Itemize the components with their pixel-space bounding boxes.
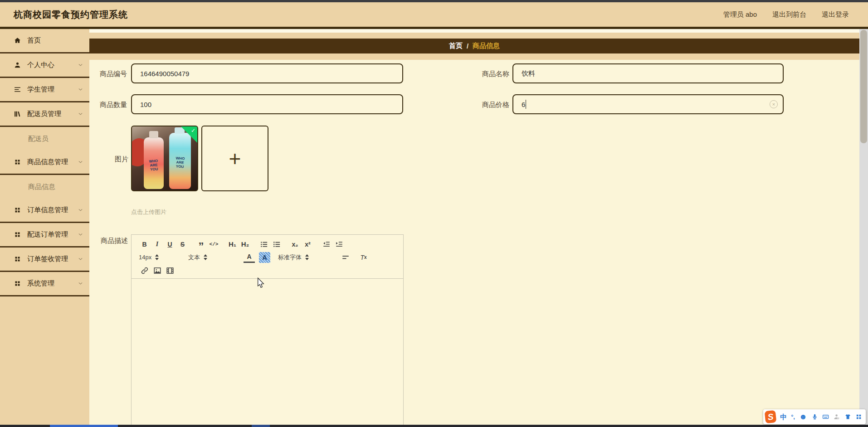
sidebar-subitem-courier[interactable]: 配送员	[0, 127, 89, 150]
content-tan-strip	[89, 33, 859, 39]
home-icon	[14, 37, 21, 44]
product-price-input[interactable]	[512, 94, 784, 114]
chevron-down-icon	[78, 232, 83, 238]
content-top-strip	[89, 29, 859, 33]
insert-image-button[interactable]	[151, 265, 163, 276]
paragraph-style-select[interactable]: 文本	[188, 253, 239, 262]
header-user-label: 管理员 abo	[723, 10, 757, 19]
description-label: 商品描述	[101, 237, 128, 245]
ime-account-icon[interactable]	[833, 413, 840, 421]
toolbar-row-2: 14px 文本 A A 标准字体	[133, 251, 401, 264]
italic-button[interactable]: I	[151, 239, 163, 250]
sidebar-item-couriers[interactable]: 配送员管理	[0, 102, 89, 127]
chevron-down-icon	[78, 87, 83, 92]
ime-toolbox-icon[interactable]	[855, 413, 862, 421]
ime-emoji-icon[interactable]: ☻	[799, 413, 807, 421]
vertical-scrollbar[interactable]	[859, 29, 868, 427]
taskbar-edge-highlight	[50, 425, 118, 427]
sidebar-item-order-mgmt[interactable]: 订单信息管理	[0, 199, 89, 223]
blockquote-button[interactable]: ”	[195, 239, 207, 250]
sidebar-item-label: 个人中心	[27, 61, 54, 69]
sidebar-item-system-mgmt[interactable]: 系统管理	[0, 272, 89, 296]
outdent-button[interactable]	[321, 239, 332, 250]
sidebar-subitem-label: 配送员	[28, 135, 49, 143]
breadcrumb-separator: /	[467, 42, 468, 50]
plus-icon: +	[229, 148, 241, 169]
ordered-list-button[interactable]	[258, 239, 269, 250]
heading1-button[interactable]: H₁	[227, 239, 238, 250]
sidebar-subitem-product-info[interactable]: 商品信息	[0, 175, 89, 199]
header-links: 管理员 abo 退出到前台 退出登录	[723, 10, 849, 19]
ime-microphone-icon[interactable]	[811, 413, 818, 421]
font-size-select[interactable]: 14px	[139, 254, 182, 261]
breadcrumb-current: 商品信息	[473, 42, 500, 50]
chevron-down-icon	[78, 159, 83, 165]
product-photo-thumbnail[interactable]: WHOAREYOU WHOAREYOU ✓	[131, 126, 198, 191]
code-block-button[interactable]: </>	[208, 239, 219, 250]
sidebar-item-label: 系统管理	[27, 279, 54, 288]
sidebar-item-label: 配送员管理	[27, 110, 61, 118]
bold-button[interactable]: B	[139, 239, 150, 250]
breadcrumb-home[interactable]: 首页	[449, 42, 463, 50]
sidebar-item-students[interactable]: 学生管理	[0, 78, 89, 102]
product-id-input[interactable]	[131, 63, 403, 83]
insert-video-button[interactable]	[164, 265, 176, 276]
breadcrumb: 首页 / 商品信息	[89, 39, 859, 53]
clear-format-button[interactable]: Tx	[358, 252, 369, 263]
highlight-color-button[interactable]: A	[259, 252, 270, 263]
logout-link[interactable]: 退出登录	[822, 10, 849, 19]
align-icon	[341, 253, 350, 262]
insert-link-button[interactable]	[139, 265, 150, 276]
upload-hint-text[interactable]: 点击上传图片	[131, 208, 166, 216]
content-tan-strip-2	[89, 53, 859, 60]
list-icon	[14, 86, 21, 93]
clear-input-icon[interactable]: ×	[770, 100, 778, 108]
sidebar-item-delivery-order-mgmt[interactable]: 配送订单管理	[0, 223, 89, 247]
product-id-label: 商品编号	[100, 70, 127, 78]
ime-keyboard-icon[interactable]	[822, 413, 829, 421]
chevron-down-icon	[78, 62, 83, 68]
chevron-down-icon	[78, 207, 83, 213]
heading2-button[interactable]: H₂	[239, 239, 251, 250]
exit-to-front-link[interactable]: 退出到前台	[772, 10, 806, 19]
strikethrough-button[interactable]: S	[177, 239, 188, 250]
editor-content-area[interactable]	[132, 279, 403, 427]
align-button[interactable]	[340, 252, 351, 263]
product-price-field: ×	[512, 94, 784, 114]
product-name-label: 商品名称	[482, 70, 509, 78]
books-icon	[14, 110, 21, 118]
chevron-down-icon	[78, 256, 83, 262]
product-qty-input[interactable]	[131, 94, 403, 114]
clean-t: T	[360, 254, 364, 261]
ime-toolbar: S 中 °, ☻	[763, 409, 866, 424]
sidebar-item-profile[interactable]: 个人中心	[0, 53, 89, 78]
rich-text-editor: B I U S ” </> H₁ H₂	[131, 234, 404, 427]
underline-button[interactable]: U	[164, 239, 176, 250]
indent-button[interactable]	[333, 239, 345, 250]
taskbar-edge-highlight	[252, 425, 270, 427]
photo-bottle-text: WHOAREYOU	[143, 158, 164, 172]
image-upload-button[interactable]: +	[201, 126, 268, 191]
sidebar-item-home[interactable]: 首页	[0, 29, 89, 53]
sidebar-item-order-sign-mgmt[interactable]: 订单签收管理	[0, 247, 89, 272]
font-family-select[interactable]: 标准字体	[278, 253, 335, 262]
product-name-input[interactable]	[512, 63, 784, 83]
ime-language-icon[interactable]: 中	[780, 413, 787, 420]
toolbar-row-1: B I U S ” </> H₁ H₂	[133, 238, 401, 251]
ime-skin-icon[interactable]	[844, 413, 851, 421]
scrollbar-thumb[interactable]	[860, 30, 867, 143]
grid-icon	[14, 206, 21, 214]
chevron-down-icon	[78, 281, 83, 286]
sogou-logo-icon[interactable]: S	[765, 410, 777, 423]
subscript-button[interactable]: x₂	[289, 239, 301, 250]
header-bar: 杭商校园零食预约管理系统 管理员 abo 退出到前台 退出登录	[0, 2, 868, 27]
text-color-button[interactable]: A	[244, 252, 255, 263]
sidebar-item-product-mgmt[interactable]: 商品信息管理	[0, 150, 89, 175]
bullet-list-icon	[273, 240, 281, 248]
sidebar: 首页 个人中心 学生管理 配送员管理 配送员 商品信息管理 商品信息	[0, 29, 89, 427]
superscript-button[interactable]: x²	[302, 239, 313, 250]
grid-icon	[14, 255, 21, 263]
ime-punctuation-icon[interactable]: °,	[791, 414, 795, 420]
bullet-list-button[interactable]	[271, 239, 282, 250]
editor-toolbar: B I U S ” </> H₁ H₂	[132, 235, 403, 279]
